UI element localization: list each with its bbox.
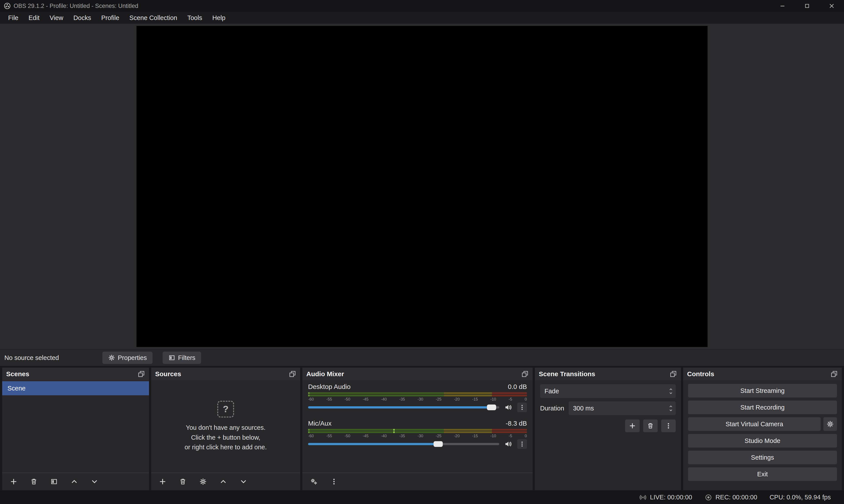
transition-select[interactable]: Fade xyxy=(540,384,676,398)
mixer-body: Desktop Audio 0.0 dB -60-55-50-45-40-35-… xyxy=(302,380,533,473)
spinner-down-icon[interactable] xyxy=(668,408,673,413)
preview-area xyxy=(0,24,844,349)
exit-button[interactable]: Exit xyxy=(688,467,837,481)
slider-fill xyxy=(308,443,438,445)
scene-list-item[interactable]: Scene xyxy=(2,381,149,395)
virtual-camera-settings-button[interactable] xyxy=(823,417,837,431)
rec-status: REC: 00:00:00 xyxy=(704,493,757,501)
studio-mode-button[interactable]: Studio Mode xyxy=(688,434,837,448)
transition-value: Fade xyxy=(545,388,559,395)
filters-button[interactable]: Filters xyxy=(163,352,201,364)
controls-dock: Controls Start Streaming Start Recording… xyxy=(683,367,842,490)
mute-button[interactable] xyxy=(503,439,513,449)
cogs-icon xyxy=(310,478,317,485)
broadcast-icon xyxy=(639,493,647,501)
db-tick: -40 xyxy=(381,434,387,438)
settings-button[interactable]: Settings xyxy=(688,451,837,464)
plus-icon xyxy=(10,478,17,485)
volume-slider[interactable] xyxy=(308,404,499,411)
channel-level: -8.3 dB xyxy=(506,420,527,427)
chevron-down-icon xyxy=(91,478,98,485)
meter-bar xyxy=(308,392,527,394)
menu-view[interactable]: View xyxy=(45,12,68,24)
add-scene-button[interactable] xyxy=(8,476,19,487)
meter-cap xyxy=(308,431,310,433)
sources-dock-header[interactable]: Sources xyxy=(151,367,300,380)
slider-handle[interactable] xyxy=(487,404,496,410)
start-recording-button[interactable]: Start Recording xyxy=(688,400,837,414)
move-scene-up-button[interactable] xyxy=(69,476,80,487)
spinbox-arrows xyxy=(668,404,673,413)
titlebar: OBS 29.1.2 - Profile: Untitled - Scenes:… xyxy=(0,0,844,12)
start-virtual-camera-button[interactable]: Start Virtual Camera xyxy=(688,417,821,431)
sources-empty-state[interactable]: ? You don't have any sources. Click the … xyxy=(151,380,300,473)
remove-transition-button[interactable] xyxy=(643,419,658,432)
db-tick: -45 xyxy=(363,434,369,438)
move-source-up-button[interactable] xyxy=(218,476,229,487)
close-button[interactable] xyxy=(820,0,844,12)
meter-cap xyxy=(308,392,310,394)
obs-window: OBS 29.1.2 - Profile: Untitled - Scenes:… xyxy=(0,0,844,504)
docks-row: Scenes Scene Sources ? You don't xyxy=(0,366,844,491)
source-properties-button[interactable] xyxy=(198,476,208,487)
start-streaming-button[interactable]: Start Streaming xyxy=(688,384,837,397)
menu-file[interactable]: File xyxy=(3,12,23,24)
filters-label: Filters xyxy=(178,354,195,361)
mixer-menu-button[interactable] xyxy=(329,476,339,487)
virtual-camera-row: Start Virtual Camera xyxy=(688,417,837,431)
slider-handle[interactable] xyxy=(434,441,443,447)
sources-empty-line: Click the + button below, xyxy=(191,433,260,443)
minimize-button[interactable] xyxy=(770,0,795,12)
move-scene-down-button[interactable] xyxy=(89,476,100,487)
scene-filters-button[interactable] xyxy=(49,476,59,487)
channel-header: Desktop Audio 0.0 dB xyxy=(308,383,527,391)
controls-dock-header[interactable]: Controls xyxy=(683,367,842,380)
remove-source-button[interactable] xyxy=(178,476,188,487)
preview-canvas[interactable] xyxy=(137,26,707,347)
channel-name: Mic/Aux xyxy=(308,420,332,427)
db-tick: -25 xyxy=(436,434,441,438)
menu-docks[interactable]: Docks xyxy=(68,12,96,24)
channel-header: Mic/Aux -8.3 dB xyxy=(308,420,527,427)
minimize-icon xyxy=(779,3,786,9)
plus-icon xyxy=(629,422,636,429)
live-status: LIVE: 00:00:00 xyxy=(639,493,692,501)
move-source-down-button[interactable] xyxy=(238,476,249,487)
remove-scene-button[interactable] xyxy=(29,476,39,487)
scenes-dock-header[interactable]: Scenes xyxy=(2,367,149,380)
gear-icon xyxy=(108,354,115,361)
advanced-audio-properties-button[interactable] xyxy=(309,476,319,487)
maximize-button[interactable] xyxy=(795,0,820,12)
chevron-down-icon xyxy=(240,478,247,485)
channel-menu-button[interactable] xyxy=(517,439,527,449)
scene-transitions-dock-header[interactable]: Scene Transitions xyxy=(535,367,681,380)
db-scale: -60-55-50-45-40-35-30-25-20-15-10-50 xyxy=(308,397,527,402)
volume-slider[interactable] xyxy=(308,441,499,447)
db-tick: -55 xyxy=(326,434,332,438)
menu-scene-collection[interactable]: Scene Collection xyxy=(124,12,182,24)
audio-mixer-dock-header[interactable]: Audio Mixer xyxy=(302,367,533,380)
properties-button[interactable]: Properties xyxy=(102,352,153,364)
menu-profile[interactable]: Profile xyxy=(96,12,124,24)
db-tick: -60 xyxy=(308,397,314,402)
meter-bar xyxy=(308,429,527,431)
speaker-icon xyxy=(504,403,512,412)
menu-edit[interactable]: Edit xyxy=(23,12,45,24)
window-controls xyxy=(770,0,844,12)
spinner-down-icon[interactable] xyxy=(668,391,673,396)
maximize-icon xyxy=(804,3,810,9)
live-timer: LIVE: 00:00:00 xyxy=(650,494,692,501)
db-tick: -50 xyxy=(345,397,350,402)
volume-slider-row xyxy=(308,440,527,448)
menu-tools[interactable]: Tools xyxy=(182,12,207,24)
rec-timer: REC: 00:00:00 xyxy=(716,494,757,501)
duration-input[interactable]: 300 ms xyxy=(569,401,676,415)
popout-icon xyxy=(521,370,529,378)
channel-menu-button[interactable] xyxy=(517,402,527,412)
question-icon: ? xyxy=(217,401,234,417)
transition-menu-button[interactable] xyxy=(661,419,676,432)
menu-help[interactable]: Help xyxy=(207,12,230,24)
add-transition-button[interactable] xyxy=(625,419,640,432)
mute-button[interactable] xyxy=(503,402,513,412)
add-source-button[interactable] xyxy=(157,476,168,487)
